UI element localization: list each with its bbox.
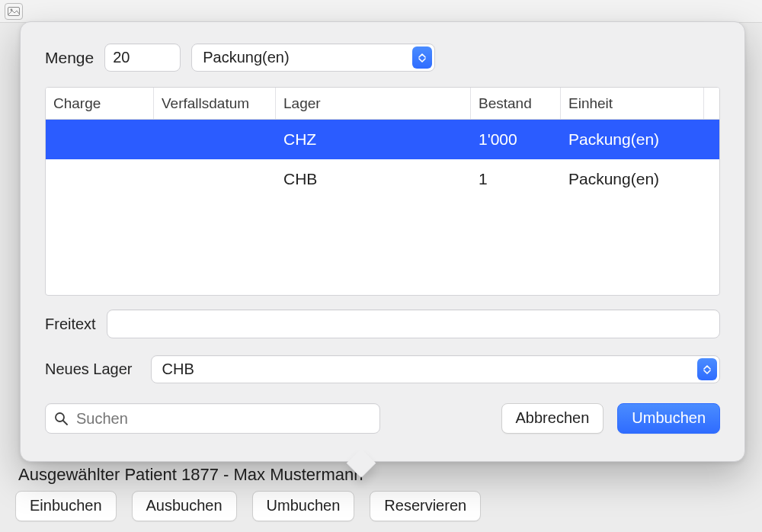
td-bestand: 1 (471, 170, 561, 188)
reservieren-button[interactable]: Reservieren (370, 491, 481, 521)
freitext-label: Freitext (45, 316, 96, 333)
svg-point-2 (56, 413, 64, 421)
search-icon (54, 412, 68, 425)
einheit-select[interactable]: Packung(en) (191, 43, 435, 72)
th-charge[interactable]: Charge (46, 88, 154, 119)
einbuchen-button[interactable]: Einbuchen (15, 491, 117, 521)
einheit-select-value: Packung(en) (203, 49, 289, 66)
chevron-up-down-icon (412, 46, 432, 69)
th-lager[interactable]: Lager (276, 88, 471, 119)
td-einheit: Packung(en) (561, 170, 719, 188)
td-lager: CHB (276, 170, 471, 188)
background-action-buttons: Einbuchen Ausbuchen Umbuchen Reservieren (15, 491, 481, 521)
umbuchen-confirm-button[interactable]: Umbuchen (617, 403, 720, 434)
ausbuchen-button[interactable]: Ausbuchen (132, 491, 237, 521)
cancel-button[interactable]: Abbrechen (501, 403, 604, 434)
inventory-table: Charge Verfallsdatum Lager Bestand Einhe… (45, 87, 720, 296)
search-input[interactable] (45, 403, 380, 434)
td-einheit: Packung(en) (561, 130, 719, 149)
th-tail (704, 88, 719, 119)
image-icon (5, 3, 23, 20)
neues-lager-select[interactable]: CHB (151, 355, 720, 383)
svg-line-3 (63, 421, 67, 425)
td-bestand: 1'000 (471, 130, 561, 149)
neues-lager-select-value: CHB (162, 361, 194, 378)
table-header: Charge Verfallsdatum Lager Bestand Einhe… (46, 88, 719, 120)
table-row[interactable]: CHZ1'000Packung(en) (46, 120, 719, 159)
chevron-up-down-icon (697, 358, 717, 380)
td-lager: CHZ (276, 130, 471, 149)
toolbar (0, 0, 762, 23)
th-verfallsdatum[interactable]: Verfallsdatum (154, 88, 276, 119)
table-row[interactable]: CHB1Packung(en) (46, 159, 719, 199)
freitext-input[interactable] (107, 309, 720, 338)
selected-patient-label: Ausgewählter Patient 1877 - Max Musterma… (18, 465, 363, 485)
th-bestand[interactable]: Bestand (471, 88, 561, 119)
neues-lager-label: Neues Lager (45, 361, 133, 378)
umbuchen-popover: Menge Packung(en) Charge Verfallsdatum L… (20, 21, 745, 462)
umbuchen-button[interactable]: Umbuchen (252, 491, 355, 521)
menge-input[interactable] (104, 43, 181, 72)
menge-label: Menge (45, 49, 94, 67)
th-einheit[interactable]: Einheit (561, 88, 704, 119)
